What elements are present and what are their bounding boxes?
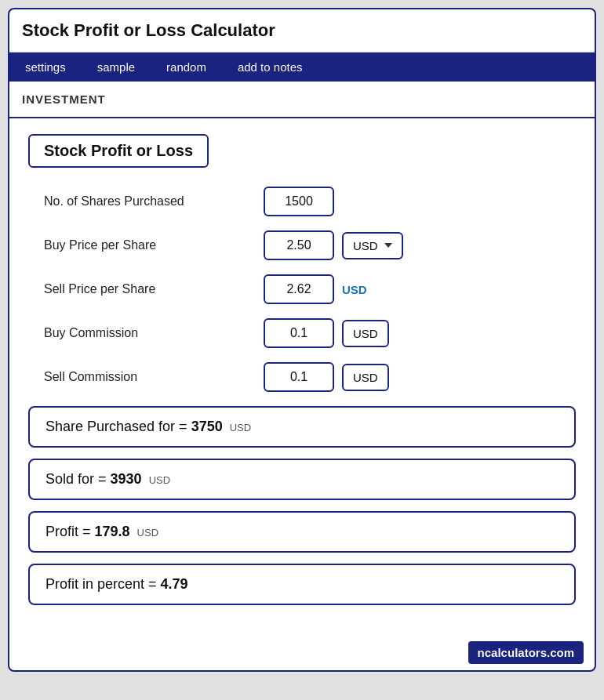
sold-result: Sold for = 3930 USD <box>28 459 576 500</box>
sell-price-row: Sell Price per Share USD <box>28 274 576 304</box>
profit-percent-result: Profit in percent = 4.79 <box>28 564 576 605</box>
buy-price-label: Buy Price per Share <box>44 238 264 252</box>
profit-percent-equals: = <box>148 576 161 592</box>
main-content: Stock Profit or Loss No. of Shares Purch… <box>9 118 595 635</box>
buy-price-row: Buy Price per Share USD <box>28 230 576 260</box>
tab-random[interactable]: random <box>151 53 222 82</box>
nav-tabs: settings sample random add to notes <box>9 53 595 82</box>
sold-equals: = <box>98 471 111 487</box>
form-title: Stock Profit or Loss <box>28 134 209 168</box>
buy-price-input[interactable] <box>264 230 334 260</box>
shares-input[interactable] <box>264 187 334 216</box>
buy-currency-chevron-icon <box>384 243 392 248</box>
purchased-label: Share Purchased for <box>45 419 175 434</box>
buy-currency-dropdown[interactable]: USD <box>342 232 403 259</box>
brand-badge: ncalculators.com <box>468 641 584 664</box>
profit-percent-value: 4.79 <box>161 576 188 592</box>
shares-label: No. of Shares Purchased <box>44 194 264 209</box>
tab-settings[interactable]: settings <box>9 53 82 82</box>
sold-value: 3930 <box>111 471 142 487</box>
profit-unit: USD <box>137 527 158 539</box>
sell-commission-currency: USD <box>342 364 389 391</box>
profit-percent-label: Profit in percent <box>45 576 144 592</box>
footer-brand: ncalculators.com <box>9 635 595 670</box>
purchased-value: 3750 <box>191 419 223 434</box>
profit-value: 179.8 <box>95 524 130 539</box>
shares-row: No. of Shares Purchased <box>28 187 576 216</box>
sell-commission-input[interactable] <box>264 362 334 392</box>
sold-unit: USD <box>149 474 170 486</box>
purchased-unit: USD <box>230 422 251 433</box>
buy-commission-currency: USD <box>342 320 389 347</box>
buy-commission-row: Buy Commission USD <box>28 318 576 348</box>
profit-result: Profit = 179.8 USD <box>28 511 576 553</box>
sell-price-label: Sell Price per Share <box>44 282 264 296</box>
title-bar: Stock Profit or Loss Calculator <box>9 9 595 53</box>
sold-label: Sold for <box>45 471 94 487</box>
profit-equals: = <box>82 524 95 539</box>
buy-commission-input[interactable] <box>264 318 334 348</box>
sell-price-input[interactable] <box>264 274 334 304</box>
purchased-result: Share Purchased for = 3750 USD <box>28 406 576 448</box>
app-title: Stock Profit or Loss Calculator <box>22 20 582 41</box>
sell-commission-currency-value: USD <box>353 371 378 384</box>
sell-commission-label: Sell Commission <box>44 370 264 384</box>
sell-commission-row: Sell Commission USD <box>28 362 576 392</box>
buy-commission-currency-value: USD <box>353 327 378 340</box>
section-header: INVESTMENT <box>9 82 595 118</box>
tab-add-to-notes[interactable]: add to notes <box>222 53 318 82</box>
profit-label: Profit <box>45 524 78 539</box>
buy-currency-value: USD <box>353 239 378 252</box>
purchased-equals: = <box>179 419 191 434</box>
calculator-container: Stock Profit or Loss Calculator settings… <box>8 8 596 672</box>
buy-commission-label: Buy Commission <box>44 326 264 340</box>
tab-sample[interactable]: sample <box>82 53 151 82</box>
sell-currency-text: USD <box>342 283 367 296</box>
